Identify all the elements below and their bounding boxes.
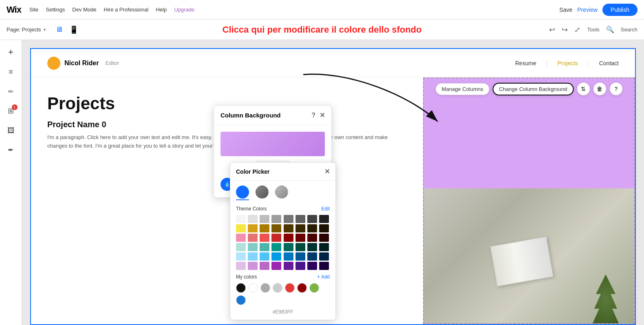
- theme-color-swatch[interactable]: [260, 262, 269, 270]
- theme-color-swatch[interactable]: [307, 243, 317, 251]
- theme-color-swatch[interactable]: [260, 243, 269, 251]
- theme-color-swatch[interactable]: [236, 262, 246, 270]
- nav-site[interactable]: Site: [29, 7, 38, 13]
- theme-color-swatch[interactable]: [248, 234, 258, 242]
- mobile-icon[interactable]: 📱: [68, 24, 80, 36]
- sidebar-design-icon[interactable]: ✏: [3, 83, 19, 99]
- change-background-button[interactable]: Change Column Background: [492, 83, 573, 95]
- theme-color-swatch[interactable]: [307, 215, 317, 223]
- theme-color-swatch[interactable]: [319, 262, 329, 270]
- sidebar-pages-icon[interactable]: ≡: [3, 64, 19, 80]
- delete-icon[interactable]: 🗑: [593, 82, 606, 95]
- my-color-dot[interactable]: [285, 283, 295, 293]
- nav-devmode[interactable]: Dev Mode: [72, 7, 96, 13]
- theme-color-swatch[interactable]: [319, 224, 329, 232]
- manage-columns-button[interactable]: Manage Columns: [436, 83, 490, 95]
- theme-color-swatch[interactable]: [271, 243, 281, 251]
- preview-button[interactable]: Preview: [577, 7, 598, 13]
- theme-color-swatch[interactable]: [260, 224, 269, 232]
- reorder-icon[interactable]: ⇅: [577, 82, 590, 95]
- my-color-dot[interactable]: [248, 283, 258, 293]
- panel-help-icon[interactable]: ?: [311, 112, 315, 119]
- cp-close-icon[interactable]: ✕: [324, 168, 330, 175]
- panel-close-icon[interactable]: ✕: [320, 111, 325, 119]
- theme-color-swatch[interactable]: [248, 252, 258, 261]
- theme-color-swatch[interactable]: [307, 252, 317, 261]
- theme-color-swatch[interactable]: [307, 234, 317, 242]
- theme-color-swatch[interactable]: [260, 234, 269, 242]
- theme-color-swatch[interactable]: [248, 243, 258, 251]
- theme-color-swatch[interactable]: [296, 215, 305, 223]
- theme-color-swatch[interactable]: [284, 234, 293, 242]
- help-icon[interactable]: ?: [609, 82, 622, 95]
- theme-color-swatch[interactable]: [271, 234, 281, 242]
- nav-resume[interactable]: Resume: [515, 60, 536, 66]
- theme-color-swatch[interactable]: [248, 262, 258, 270]
- theme-color-swatch[interactable]: [296, 252, 305, 261]
- theme-color-swatch[interactable]: [271, 262, 281, 270]
- redo-icon[interactable]: ↪: [562, 25, 568, 34]
- sidebar-media-icon[interactable]: 🖼: [3, 122, 19, 139]
- my-color-dot[interactable]: [297, 283, 307, 293]
- theme-color-swatch[interactable]: [284, 224, 293, 232]
- cp-edit-button[interactable]: Edit: [321, 206, 330, 212]
- theme-color-swatch[interactable]: [236, 215, 246, 223]
- my-color-dot[interactable]: [236, 295, 246, 305]
- tools-button[interactable]: Tools: [587, 27, 599, 33]
- save-button[interactable]: Save: [559, 7, 572, 13]
- theme-color-swatch[interactable]: [271, 215, 281, 223]
- theme-color-swatch[interactable]: [260, 252, 269, 261]
- nav-contact[interactable]: Contact: [599, 60, 619, 66]
- theme-color-swatch[interactable]: [271, 252, 281, 261]
- theme-color-swatch[interactable]: [284, 215, 293, 223]
- theme-color-swatch[interactable]: [248, 224, 258, 232]
- sidebar-apps-icon[interactable]: ⊞ 1: [3, 103, 19, 119]
- theme-color-swatch[interactable]: [236, 252, 246, 261]
- nav-help[interactable]: Help: [156, 7, 167, 13]
- my-color-dot[interactable]: [260, 283, 270, 293]
- sidebar-blog-icon[interactable]: ✒: [3, 142, 19, 158]
- cp-tab-gradient1[interactable]: [256, 186, 269, 199]
- cp-add-button[interactable]: + Add: [317, 274, 330, 280]
- undo-icon[interactable]: ↩: [549, 25, 555, 34]
- nav-hire[interactable]: Hire a Professional: [104, 7, 149, 13]
- site-logo: Nicol Rider Editor: [47, 57, 119, 70]
- fullscreen-icon[interactable]: ⤢: [574, 25, 580, 34]
- nav-settings[interactable]: Settings: [46, 7, 65, 13]
- theme-color-swatch[interactable]: [271, 224, 281, 232]
- theme-color-swatch[interactable]: [307, 262, 317, 270]
- theme-color-grid: [236, 215, 330, 270]
- my-color-dot[interactable]: [309, 283, 319, 293]
- theme-color-swatch[interactable]: [296, 234, 305, 242]
- theme-color-swatch[interactable]: [236, 234, 246, 242]
- theme-color-swatch[interactable]: [296, 224, 305, 232]
- theme-color-swatch[interactable]: [296, 243, 305, 251]
- theme-color-swatch[interactable]: [319, 252, 329, 261]
- site-right-column[interactable]: Column 2 Manage Columns Change Column Ba…: [423, 77, 635, 324]
- theme-color-swatch[interactable]: [319, 215, 329, 223]
- sidebar-add-button[interactable]: +: [3, 44, 19, 60]
- theme-color-swatch[interactable]: [284, 243, 293, 251]
- theme-color-swatch[interactable]: [248, 215, 258, 223]
- page-selector[interactable]: Page: Projects ▾: [7, 27, 46, 33]
- theme-color-swatch[interactable]: [296, 262, 305, 270]
- nav-upgrade[interactable]: Upgrade: [174, 7, 194, 13]
- theme-color-swatch[interactable]: [260, 215, 269, 223]
- theme-color-swatch[interactable]: [284, 262, 293, 270]
- cp-tab-solid[interactable]: [236, 186, 249, 199]
- desktop-icon[interactable]: 🖥: [54, 24, 64, 35]
- theme-color-swatch[interactable]: [236, 224, 246, 232]
- publish-button[interactable]: Publish: [602, 4, 637, 16]
- nav-projects[interactable]: Projects: [558, 60, 578, 66]
- my-color-dot[interactable]: [236, 283, 246, 293]
- search-label[interactable]: Search: [621, 27, 637, 33]
- theme-color-swatch[interactable]: [284, 252, 293, 261]
- theme-color-swatch[interactable]: [307, 224, 317, 232]
- cp-tab-gradient2[interactable]: [275, 186, 288, 199]
- theme-color-swatch[interactable]: [319, 234, 329, 242]
- theme-color-swatch[interactable]: [319, 243, 329, 251]
- theme-color-swatch[interactable]: [236, 243, 246, 251]
- cp-theme-colors-header: Theme Colors Edit: [236, 206, 330, 212]
- search-icon[interactable]: 🔍: [606, 26, 614, 33]
- my-color-dot[interactable]: [273, 283, 282, 293]
